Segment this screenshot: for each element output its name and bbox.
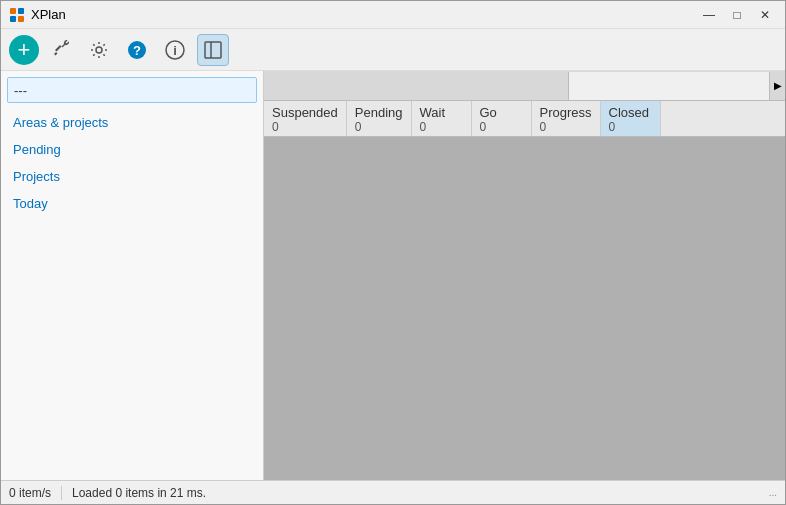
status-dots: ... [769, 487, 777, 498]
svg-rect-9 [205, 42, 221, 58]
sidebar-item-pending[interactable]: Pending [1, 136, 263, 163]
layout-icon [203, 40, 223, 60]
svg-point-4 [96, 47, 102, 53]
col-progress-label: Progress [540, 105, 592, 120]
svg-text:?: ? [133, 43, 141, 58]
add-button[interactable]: + [9, 35, 39, 65]
status-item-count: 0 item/s [9, 486, 62, 500]
col-closed-label: Closed [609, 105, 649, 120]
sidebar-item-areas-label: Areas & projects [13, 115, 108, 130]
col-go[interactable]: Go 0 [472, 101, 532, 136]
col-suspended[interactable]: Suspended 0 [264, 101, 347, 136]
app-icon [9, 7, 25, 23]
close-button[interactable]: ✕ [753, 6, 777, 24]
right-scroll-button[interactable]: ▶ [769, 72, 785, 100]
col-suspended-count: 0 [272, 120, 338, 134]
app-title: XPlan [31, 7, 66, 22]
info-icon: i [165, 40, 185, 60]
col-go-count: 0 [480, 120, 523, 134]
col-wait[interactable]: Wait 0 [412, 101, 472, 136]
settings-button[interactable] [83, 34, 115, 66]
sidebar-item-projects-label: Projects [13, 169, 60, 184]
col-closed[interactable]: Closed 0 [601, 101, 661, 136]
col-pending[interactable]: Pending 0 [347, 101, 412, 136]
col-closed-count: 0 [609, 120, 652, 134]
right-header: ▶ [264, 71, 785, 101]
col-go-label: Go [480, 105, 497, 120]
app-window: XPlan — □ ✕ + ? [0, 0, 786, 505]
col-progress-count: 0 [540, 120, 592, 134]
svg-text:i: i [173, 43, 177, 58]
sidebar-item-pending-label: Pending [13, 142, 61, 157]
content-area [264, 137, 785, 480]
help-button[interactable]: ? [121, 34, 153, 66]
svg-rect-1 [18, 8, 24, 14]
sidebar: Areas & projects Pending Projects Today [1, 71, 264, 480]
right-search-input[interactable] [569, 72, 769, 100]
sidebar-item-areas[interactable]: Areas & projects [1, 109, 263, 136]
title-left: XPlan [9, 7, 66, 23]
layout-button[interactable] [197, 34, 229, 66]
minimize-button[interactable]: — [697, 6, 721, 24]
gear-icon [89, 40, 109, 60]
toolbar: + ? i [1, 29, 785, 71]
sidebar-item-today[interactable]: Today [1, 190, 263, 217]
right-panel: ▶ Suspended 0 Pending 0 Wait 0 Go [264, 71, 785, 480]
status-load-message: Loaded 0 items in 21 ms. [72, 486, 206, 500]
status-items: 0 item/s Loaded 0 items in 21 ms. [9, 486, 206, 500]
title-bar: XPlan — □ ✕ [1, 1, 785, 29]
col-wait-label: Wait [420, 105, 446, 120]
svg-rect-3 [18, 16, 24, 22]
col-pending-label: Pending [355, 105, 403, 120]
maximize-button[interactable]: □ [725, 6, 749, 24]
add-icon: + [18, 39, 31, 61]
title-controls: — □ ✕ [697, 6, 777, 24]
chevron-right-icon: ▶ [774, 80, 782, 91]
col-wait-count: 0 [420, 120, 463, 134]
col-progress[interactable]: Progress 0 [532, 101, 601, 136]
tools-icon [51, 40, 71, 60]
main-content: Areas & projects Pending Projects Today … [1, 71, 785, 480]
sidebar-item-projects[interactable]: Projects [1, 163, 263, 190]
help-icon: ? [127, 40, 147, 60]
sidebar-item-today-label: Today [13, 196, 48, 211]
col-suspended-label: Suspended [272, 105, 338, 120]
tools-button[interactable] [45, 34, 77, 66]
svg-rect-0 [10, 8, 16, 14]
columns-row: Suspended 0 Pending 0 Wait 0 Go 0 Progre… [264, 101, 785, 137]
svg-rect-2 [10, 16, 16, 22]
status-bar: 0 item/s Loaded 0 items in 21 ms. ... [1, 480, 785, 504]
info-button[interactable]: i [159, 34, 191, 66]
right-search-left-area [264, 72, 569, 100]
col-pending-count: 0 [355, 120, 403, 134]
sidebar-search-input[interactable] [7, 77, 257, 103]
